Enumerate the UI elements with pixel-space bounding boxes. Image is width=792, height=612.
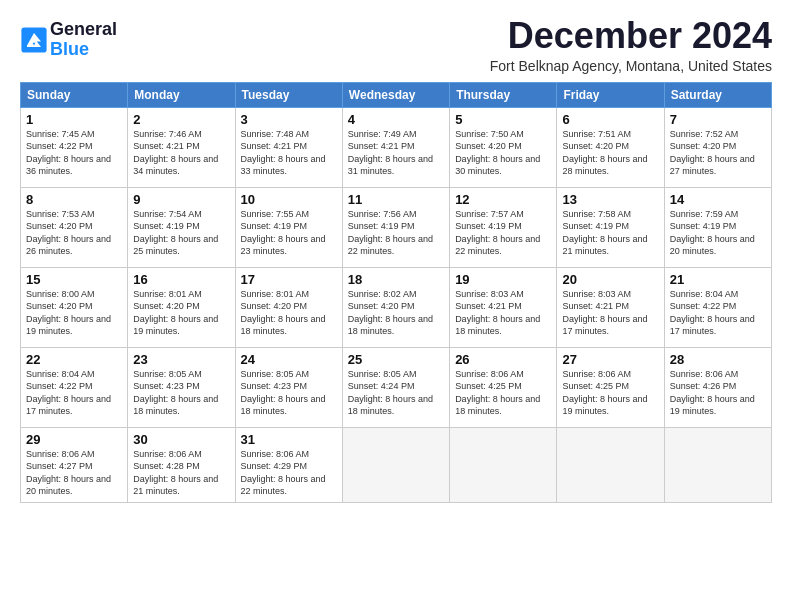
week-row-2: 8Sunrise: 7:53 AMSunset: 4:20 PMDaylight… (21, 187, 772, 267)
day-cell-12: 12Sunrise: 7:57 AMSunset: 4:19 PMDayligh… (450, 187, 557, 267)
day-number: 4 (348, 112, 444, 127)
day-number: 29 (26, 432, 122, 447)
day-number: 20 (562, 272, 658, 287)
day-cell-18: 18Sunrise: 8:02 AMSunset: 4:20 PMDayligh… (342, 267, 449, 347)
weekday-header-sunday: Sunday (21, 82, 128, 107)
day-info: Sunrise: 7:57 AMSunset: 4:19 PMDaylight:… (455, 208, 551, 258)
day-info: Sunrise: 8:05 AMSunset: 4:24 PMDaylight:… (348, 368, 444, 418)
day-number: 1 (26, 112, 122, 127)
logo: General Blue (20, 20, 117, 60)
day-number: 3 (241, 112, 337, 127)
weekday-header-monday: Monday (128, 82, 235, 107)
day-info: Sunrise: 8:02 AMSunset: 4:20 PMDaylight:… (348, 288, 444, 338)
weekday-header-saturday: Saturday (664, 82, 771, 107)
week-row-5: 29Sunrise: 8:06 AMSunset: 4:27 PMDayligh… (21, 427, 772, 502)
day-cell-21: 21Sunrise: 8:04 AMSunset: 4:22 PMDayligh… (664, 267, 771, 347)
day-cell-2: 2Sunrise: 7:46 AMSunset: 4:21 PMDaylight… (128, 107, 235, 187)
day-info: Sunrise: 7:51 AMSunset: 4:20 PMDaylight:… (562, 128, 658, 178)
day-number: 28 (670, 352, 766, 367)
page: General Blue December 2024 Fort Belknap … (0, 0, 792, 612)
day-cell-25: 25Sunrise: 8:05 AMSunset: 4:24 PMDayligh… (342, 347, 449, 427)
day-info: Sunrise: 8:06 AMSunset: 4:29 PMDaylight:… (241, 448, 337, 498)
day-info: Sunrise: 7:56 AMSunset: 4:19 PMDaylight:… (348, 208, 444, 258)
day-info: Sunrise: 7:46 AMSunset: 4:21 PMDaylight:… (133, 128, 229, 178)
day-number: 14 (670, 192, 766, 207)
week-row-4: 22Sunrise: 8:04 AMSunset: 4:22 PMDayligh… (21, 347, 772, 427)
day-info: Sunrise: 8:03 AMSunset: 4:21 PMDaylight:… (562, 288, 658, 338)
day-cell-15: 15Sunrise: 8:00 AMSunset: 4:20 PMDayligh… (21, 267, 128, 347)
day-cell-17: 17Sunrise: 8:01 AMSunset: 4:20 PMDayligh… (235, 267, 342, 347)
day-info: Sunrise: 7:48 AMSunset: 4:21 PMDaylight:… (241, 128, 337, 178)
day-cell-5: 5Sunrise: 7:50 AMSunset: 4:20 PMDaylight… (450, 107, 557, 187)
day-info: Sunrise: 8:01 AMSunset: 4:20 PMDaylight:… (241, 288, 337, 338)
logo-line1: General (50, 20, 117, 40)
day-number: 31 (241, 432, 337, 447)
day-number: 25 (348, 352, 444, 367)
day-cell-6: 6Sunrise: 7:51 AMSunset: 4:20 PMDaylight… (557, 107, 664, 187)
day-cell-7: 7Sunrise: 7:52 AMSunset: 4:20 PMDaylight… (664, 107, 771, 187)
weekday-header-wednesday: Wednesday (342, 82, 449, 107)
header: General Blue December 2024 Fort Belknap … (20, 16, 772, 74)
calendar: SundayMondayTuesdayWednesdayThursdayFrid… (20, 82, 772, 503)
day-number: 6 (562, 112, 658, 127)
logo-line2: Blue (50, 39, 89, 59)
day-info: Sunrise: 8:03 AMSunset: 4:21 PMDaylight:… (455, 288, 551, 338)
day-number: 9 (133, 192, 229, 207)
day-cell-4: 4Sunrise: 7:49 AMSunset: 4:21 PMDaylight… (342, 107, 449, 187)
day-info: Sunrise: 7:53 AMSunset: 4:20 PMDaylight:… (26, 208, 122, 258)
day-info: Sunrise: 8:05 AMSunset: 4:23 PMDaylight:… (133, 368, 229, 418)
day-cell-28: 28Sunrise: 8:06 AMSunset: 4:26 PMDayligh… (664, 347, 771, 427)
day-number: 2 (133, 112, 229, 127)
day-info: Sunrise: 7:54 AMSunset: 4:19 PMDaylight:… (133, 208, 229, 258)
day-info: Sunrise: 8:00 AMSunset: 4:20 PMDaylight:… (26, 288, 122, 338)
day-cell-22: 22Sunrise: 8:04 AMSunset: 4:22 PMDayligh… (21, 347, 128, 427)
week-row-1: 1Sunrise: 7:45 AMSunset: 4:22 PMDaylight… (21, 107, 772, 187)
day-cell-26: 26Sunrise: 8:06 AMSunset: 4:25 PMDayligh… (450, 347, 557, 427)
day-info: Sunrise: 8:04 AMSunset: 4:22 PMDaylight:… (26, 368, 122, 418)
day-number: 30 (133, 432, 229, 447)
day-number: 16 (133, 272, 229, 287)
day-number: 12 (455, 192, 551, 207)
day-number: 10 (241, 192, 337, 207)
day-number: 8 (26, 192, 122, 207)
day-cell-13: 13Sunrise: 7:58 AMSunset: 4:19 PMDayligh… (557, 187, 664, 267)
empty-cell (557, 427, 664, 502)
empty-cell (342, 427, 449, 502)
day-cell-24: 24Sunrise: 8:05 AMSunset: 4:23 PMDayligh… (235, 347, 342, 427)
month-title: December 2024 (490, 16, 772, 56)
weekday-header-friday: Friday (557, 82, 664, 107)
day-number: 13 (562, 192, 658, 207)
empty-cell (664, 427, 771, 502)
day-cell-11: 11Sunrise: 7:56 AMSunset: 4:19 PMDayligh… (342, 187, 449, 267)
day-info: Sunrise: 7:58 AMSunset: 4:19 PMDaylight:… (562, 208, 658, 258)
day-number: 23 (133, 352, 229, 367)
week-row-3: 15Sunrise: 8:00 AMSunset: 4:20 PMDayligh… (21, 267, 772, 347)
weekday-header-tuesday: Tuesday (235, 82, 342, 107)
day-cell-14: 14Sunrise: 7:59 AMSunset: 4:19 PMDayligh… (664, 187, 771, 267)
title-block: December 2024 Fort Belknap Agency, Monta… (490, 16, 772, 74)
day-info: Sunrise: 8:06 AMSunset: 4:28 PMDaylight:… (133, 448, 229, 498)
day-cell-10: 10Sunrise: 7:55 AMSunset: 4:19 PMDayligh… (235, 187, 342, 267)
day-info: Sunrise: 7:45 AMSunset: 4:22 PMDaylight:… (26, 128, 122, 178)
day-info: Sunrise: 8:06 AMSunset: 4:25 PMDaylight:… (562, 368, 658, 418)
day-info: Sunrise: 8:06 AMSunset: 4:27 PMDaylight:… (26, 448, 122, 498)
day-info: Sunrise: 8:05 AMSunset: 4:23 PMDaylight:… (241, 368, 337, 418)
day-number: 18 (348, 272, 444, 287)
day-info: Sunrise: 7:49 AMSunset: 4:21 PMDaylight:… (348, 128, 444, 178)
weekday-header-row: SundayMondayTuesdayWednesdayThursdayFrid… (21, 82, 772, 107)
day-cell-30: 30Sunrise: 8:06 AMSunset: 4:28 PMDayligh… (128, 427, 235, 502)
day-cell-29: 29Sunrise: 8:06 AMSunset: 4:27 PMDayligh… (21, 427, 128, 502)
day-cell-23: 23Sunrise: 8:05 AMSunset: 4:23 PMDayligh… (128, 347, 235, 427)
day-cell-19: 19Sunrise: 8:03 AMSunset: 4:21 PMDayligh… (450, 267, 557, 347)
day-number: 11 (348, 192, 444, 207)
day-info: Sunrise: 7:50 AMSunset: 4:20 PMDaylight:… (455, 128, 551, 178)
day-cell-20: 20Sunrise: 8:03 AMSunset: 4:21 PMDayligh… (557, 267, 664, 347)
day-number: 17 (241, 272, 337, 287)
day-info: Sunrise: 8:04 AMSunset: 4:22 PMDaylight:… (670, 288, 766, 338)
day-info: Sunrise: 8:06 AMSunset: 4:26 PMDaylight:… (670, 368, 766, 418)
day-cell-3: 3Sunrise: 7:48 AMSunset: 4:21 PMDaylight… (235, 107, 342, 187)
day-number: 22 (26, 352, 122, 367)
weekday-header-thursday: Thursday (450, 82, 557, 107)
day-cell-1: 1Sunrise: 7:45 AMSunset: 4:22 PMDaylight… (21, 107, 128, 187)
day-cell-16: 16Sunrise: 8:01 AMSunset: 4:20 PMDayligh… (128, 267, 235, 347)
